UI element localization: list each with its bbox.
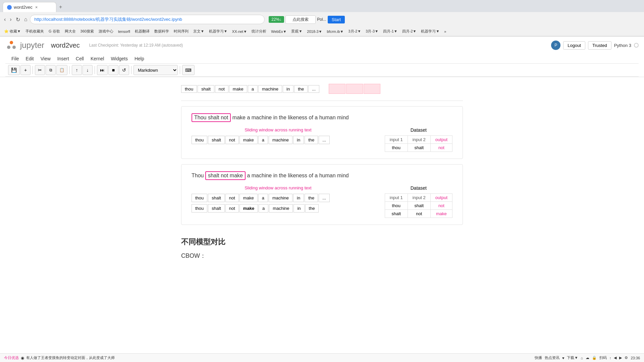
- section-heading-area: 不同模型对比: [181, 230, 463, 248]
- menu-file[interactable]: File: [8, 55, 22, 63]
- nav-bar: ‹ › ↻ ⌂ http://localhost:8888/notebooks/…: [0, 12, 644, 27]
- status-right-items: 快播 热点资讯 ♥ 下载▼ ⌂ ☁ 🔒 扫码 ↑ ◀ ▶ ⚙ 23:36: [535, 355, 640, 360]
- cut-btn[interactable]: ✂: [35, 65, 45, 75]
- w2a-not: not: [225, 194, 239, 202]
- word-box-not-top: not: [215, 85, 228, 93]
- status-hotspot[interactable]: 热点资讯: [545, 355, 559, 360]
- bookmark-google[interactable]: G 谷歌: [47, 28, 61, 35]
- menu-insert[interactable]: Insert: [54, 55, 72, 63]
- w2a-in: in: [293, 194, 304, 202]
- status-settings[interactable]: ⚙: [625, 356, 628, 360]
- move-up-btn[interactable]: ↑: [72, 65, 82, 75]
- status-back[interactable]: ◀: [614, 356, 616, 360]
- bookmark-translate[interactable]: 机器翻译: [133, 28, 151, 35]
- bookmark-webex[interactable]: WebEx▼: [270, 29, 288, 34]
- bookmark-apr1[interactable]: 四月-1▼: [382, 28, 399, 35]
- address-bar[interactable]: http://localhost:8888/notebooks/机器学习实战集锦…: [30, 15, 265, 24]
- sentence-1-rest: make a machine in the likeness of a huma…: [231, 115, 348, 120]
- status-scan[interactable]: 扫码: [599, 355, 607, 360]
- status-cloud[interactable]: ☁: [586, 356, 589, 360]
- status-middle: 有人做了王者变摸鱼的转变动定封面，从此变成了大师: [26, 355, 533, 360]
- col-input1-header-1: input 1: [385, 136, 408, 144]
- status-lock[interactable]: 🔒: [592, 356, 597, 360]
- w2a-machine: machine: [269, 194, 292, 202]
- bookmark-stats[interactable]: 统计分析: [250, 28, 268, 35]
- restart-btn[interactable]: ↺: [119, 65, 129, 75]
- browser-tab[interactable]: word2vec ×: [3, 2, 56, 12]
- notebook-content[interactable]: thou shalt not make a machine in the ...: [0, 77, 644, 362]
- copy-btn[interactable]: ⧉: [46, 65, 56, 75]
- w2b-the: the: [305, 204, 319, 213]
- toolbar-separator-3: [95, 66, 95, 74]
- logout-btn[interactable]: Logout: [563, 41, 585, 50]
- cell-shalt-1: shalt: [408, 144, 430, 152]
- menu-widgets[interactable]: Widgets: [107, 55, 131, 63]
- add-cell-btn[interactable]: +: [20, 65, 31, 75]
- keyboard-shortcuts-btn[interactable]: ⌨: [182, 65, 195, 75]
- menu-edit[interactable]: Edit: [22, 55, 37, 63]
- status-up[interactable]: ↑: [609, 356, 611, 360]
- status-download[interactable]: 下载▼: [567, 355, 578, 360]
- menu-kernel[interactable]: Kernel: [87, 55, 107, 63]
- cell-type-select[interactable]: Markdown Code Raw NBConvert: [133, 65, 178, 75]
- status-kuaibo[interactable]: 快播: [535, 355, 542, 360]
- forward-btn[interactable]: ›: [8, 15, 13, 24]
- move-down-btn[interactable]: ↓: [83, 65, 93, 75]
- w1-thou: thou: [192, 136, 207, 144]
- status-forward[interactable]: ▶: [619, 356, 622, 360]
- bookmark-ml[interactable]: 机器学习▼: [208, 28, 229, 35]
- bookmark-bfcrm[interactable]: bfcrm.ib▼: [326, 29, 345, 34]
- status-time: 23:36: [631, 356, 640, 360]
- bookmark-favorites[interactable]: ⭐ 收藏▼: [3, 28, 22, 35]
- status-heart[interactable]: ♥: [562, 356, 565, 360]
- search-box[interactable]: 点此搜索: [285, 15, 316, 24]
- paste-btn[interactable]: 📋: [56, 65, 67, 75]
- back-btn[interactable]: ‹: [3, 15, 7, 24]
- status-left: 今日优选: [4, 355, 19, 360]
- status-home[interactable]: ⌂: [581, 356, 583, 360]
- bookmark-jinguan[interactable]: 景观▼: [290, 28, 304, 35]
- save-btn[interactable]: 💾: [8, 65, 20, 75]
- nav-actions: 22%↓ 点此搜索 Pol... Start: [269, 15, 345, 24]
- w2b-thou: thou: [192, 204, 207, 213]
- tab-close-btn[interactable]: ×: [35, 5, 38, 10]
- cell-thou-2: thou: [385, 202, 408, 210]
- new-tab-btn[interactable]: +: [56, 3, 65, 11]
- bookmark-jingwen[interactable]: 京文▼: [192, 28, 206, 35]
- notebook-name[interactable]: word2vec: [51, 42, 80, 49]
- table-row-2-2: shalt not make: [385, 210, 452, 218]
- bookmark-web[interactable]: 网大全: [63, 28, 77, 35]
- bookmark-2018[interactable]: 2018-3▼: [306, 29, 323, 34]
- bookmark-timeseries[interactable]: 时间序列: [172, 28, 190, 35]
- menu-bar: File Edit View Insert Cell Kernel Widget…: [5, 54, 639, 64]
- bookmark-xxnet[interactable]: XX-net▼: [231, 29, 249, 34]
- w2b-shalt: shalt: [208, 204, 224, 213]
- bookmark-mobile[interactable]: 手机收藏夹: [24, 28, 45, 35]
- reload-btn[interactable]: ↻: [14, 15, 21, 24]
- sliding-label-2: Sliding window across running text: [192, 185, 365, 190]
- bookmark-tensorflow[interactable]: tensorfl: [117, 29, 131, 34]
- stop-btn[interactable]: ■: [108, 65, 118, 75]
- col-input1-header-2: input 1: [385, 194, 408, 202]
- bookmark-datascience[interactable]: 数据科学: [153, 28, 170, 35]
- bookmark-apr2[interactable]: 四月-2▼: [401, 28, 418, 35]
- home-btn[interactable]: ⌂: [23, 15, 29, 24]
- w1-dots: ...: [319, 136, 330, 144]
- bookmark-mar3[interactable]: 3月-3▼: [364, 28, 380, 35]
- bookmark-game[interactable]: 游戏中心: [97, 28, 115, 35]
- menu-help[interactable]: Help: [131, 55, 148, 63]
- sliding-window-2: Sliding window across running text thou …: [192, 185, 365, 213]
- empty-box-2: [346, 84, 363, 94]
- bookmark-ml2[interactable]: 机器学习▼: [420, 28, 441, 35]
- trusted-btn[interactable]: Trusted: [588, 41, 611, 50]
- bookmark-mar2[interactable]: 3月-2▼: [347, 28, 363, 35]
- start-btn[interactable]: Start: [328, 16, 345, 23]
- bookmarks-more-btn[interactable]: »: [443, 29, 447, 34]
- w2a-make: make: [239, 194, 258, 202]
- download-indicator[interactable]: 22%↓: [269, 16, 284, 23]
- menu-view[interactable]: View: [37, 55, 54, 63]
- run-all-btn[interactable]: ⏭: [97, 65, 108, 75]
- bookmark-360[interactable]: 360搜索: [79, 28, 95, 35]
- menu-cell[interactable]: Cell: [72, 55, 87, 63]
- svg-point-0: [10, 41, 13, 44]
